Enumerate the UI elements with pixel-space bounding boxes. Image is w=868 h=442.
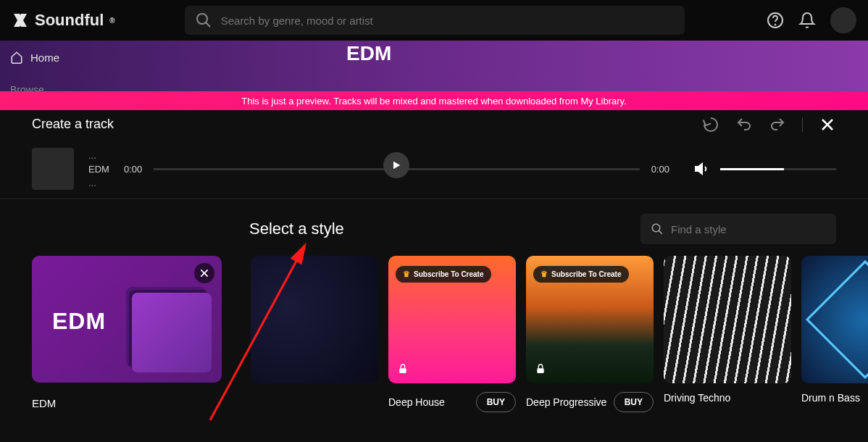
hero-title: EDM <box>346 42 391 65</box>
style-name: Deep Progressive <box>526 396 606 408</box>
category-logo: EDM <box>52 308 106 335</box>
style-name: Deep House <box>388 396 445 408</box>
play-button[interactable] <box>383 152 409 178</box>
style-tile[interactable]: ♛Subscribe To Create <box>388 256 516 383</box>
category-inner-art <box>132 293 212 372</box>
background-hero <box>0 41 868 91</box>
close-icon[interactable] <box>819 116 836 133</box>
style-card-deep-progressive: ♛Subscribe To Create Deep Progressive BU… <box>526 256 654 412</box>
track-meta: ... EDM ... <box>88 150 109 188</box>
volume-icon[interactable] <box>694 160 711 178</box>
svg-point-8 <box>652 224 660 232</box>
category-tile[interactable]: EDM <box>32 256 222 383</box>
category-label: EDM <box>32 397 222 409</box>
time-end: 0:00 <box>651 164 669 175</box>
brand-mark-icon <box>12 12 29 29</box>
svg-point-3 <box>775 25 776 25</box>
svg-point-0 <box>197 14 207 24</box>
brand-name: Soundful <box>35 11 104 30</box>
select-style-title: Select a style <box>249 220 344 238</box>
undo-icon[interactable] <box>735 116 753 133</box>
style-tile[interactable] <box>251 256 378 383</box>
style-tile[interactable] <box>664 256 791 383</box>
svg-rect-13 <box>537 368 543 373</box>
find-style-box[interactable] <box>640 214 836 244</box>
avatar[interactable] <box>830 7 856 33</box>
subscribe-badge[interactable]: ♛Subscribe To Create <box>396 266 491 283</box>
top-bar: Soundful® <box>0 0 868 41</box>
sidebar-item-home[interactable]: Home <box>10 51 59 64</box>
search-icon <box>195 12 212 29</box>
style-card-driving-techno: Driving Techno <box>664 256 791 404</box>
time-start: 0:00 <box>124 164 142 175</box>
preview-banner: This is just a preview. Tracks will be m… <box>0 91 868 110</box>
style-card-deep-house: ♛Subscribe To Create Deep House BUY <box>388 256 516 412</box>
preview-banner-text: This is just a preview. Tracks will be m… <box>241 96 627 107</box>
track-thumbnail[interactable] <box>32 148 74 190</box>
registered-mark: ® <box>109 17 114 25</box>
panel-header: Create a track <box>0 110 868 139</box>
brand-logo[interactable]: Soundful® <box>12 11 115 30</box>
find-style-input[interactable] <box>671 223 826 235</box>
svg-marker-7 <box>696 164 702 174</box>
subscribe-badge[interactable]: ♛Subscribe To Create <box>533 266 629 283</box>
redo-icon[interactable] <box>769 116 786 133</box>
styles-header: Select a style <box>32 214 836 244</box>
panel-title: Create a track <box>32 117 114 132</box>
player-row: ... EDM ... 0:00 0:00 <box>0 139 868 199</box>
track-line3: ... <box>88 178 109 188</box>
progress-bar[interactable] <box>154 168 639 170</box>
undo-all-icon[interactable] <box>702 116 719 133</box>
divider <box>802 117 803 132</box>
svg-marker-6 <box>393 161 400 169</box>
search-container <box>185 6 685 35</box>
crown-icon: ♛ <box>403 270 410 279</box>
style-card <box>251 256 378 383</box>
lock-icon <box>535 363 546 375</box>
style-card-drum-n-bass: Drum n Bass <box>801 256 868 404</box>
buy-button[interactable]: BUY <box>476 392 516 412</box>
topbar-actions <box>767 7 856 33</box>
style-name: Drum n Bass <box>801 392 860 404</box>
sidebar-home-label: Home <box>30 51 59 64</box>
track-genre: EDM <box>88 164 109 175</box>
crown-icon: ♛ <box>541 270 548 279</box>
style-tile[interactable] <box>801 256 868 383</box>
volume-slider[interactable] <box>720 168 836 170</box>
svg-rect-12 <box>399 368 406 373</box>
volume-area <box>694 160 836 178</box>
create-track-panel: Create a track ... EDM ... 0:00 0:00 <box>0 110 868 442</box>
search-box[interactable] <box>185 6 685 35</box>
category-close-button[interactable] <box>194 263 214 283</box>
svg-line-9 <box>659 230 662 234</box>
styles-row: EDM EDM ♛Subscribe To Create Deep House … <box>32 256 836 412</box>
track-line1: ... <box>88 150 109 161</box>
lock-icon <box>397 363 409 375</box>
search-input[interactable] <box>221 14 675 27</box>
style-name: Driving Techno <box>664 392 730 404</box>
styles-section: Select a style EDM EDM <box>0 199 868 412</box>
category-card: EDM EDM <box>32 256 222 409</box>
panel-actions <box>702 116 836 133</box>
bell-icon[interactable] <box>798 12 816 29</box>
svg-line-1 <box>206 22 210 27</box>
search-icon <box>651 222 664 235</box>
help-icon[interactable] <box>767 12 784 29</box>
progress-area: 0:00 0:00 <box>124 164 669 175</box>
style-tile[interactable]: ♛Subscribe To Create <box>526 256 654 383</box>
buy-button[interactable]: BUY <box>614 392 654 412</box>
home-icon <box>10 51 23 64</box>
